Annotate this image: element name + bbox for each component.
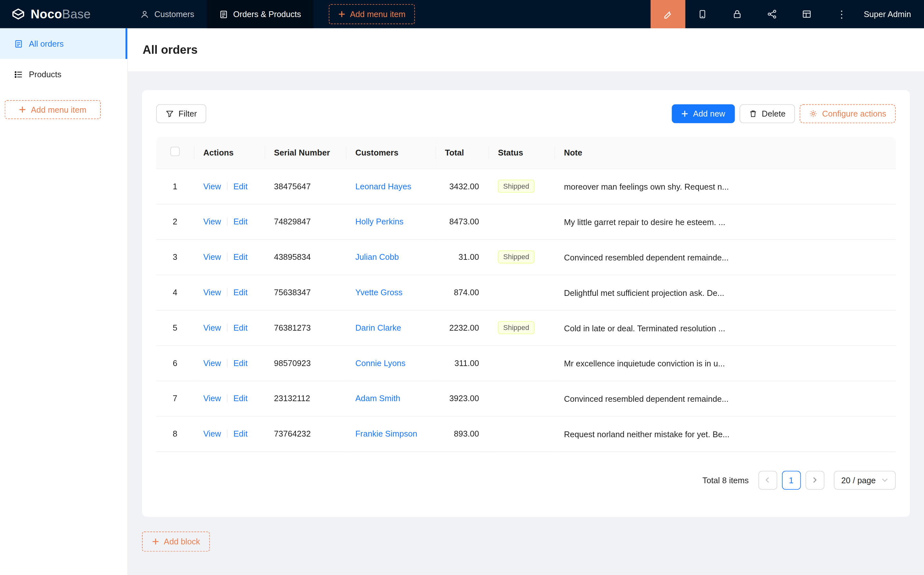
filter-button[interactable]: Filter (156, 104, 206, 123)
configure-actions-button[interactable]: Configure actions (800, 104, 895, 123)
view-link[interactable]: View (203, 252, 221, 261)
customer-cell: Leonard Hayes (346, 168, 435, 204)
layout-table-icon (802, 10, 812, 19)
note-text: My little garret repair to desire he est… (564, 217, 726, 227)
pagination-page-1[interactable]: 1 (782, 471, 801, 490)
note-cell: Mr excellence inquietude conviction is i… (554, 345, 895, 381)
view-link[interactable]: View (203, 394, 221, 403)
layout-button[interactable] (789, 0, 824, 28)
sidebar-item-products[interactable]: Products (0, 59, 127, 89)
view-link[interactable]: View (203, 429, 221, 438)
view-link[interactable]: View (203, 288, 221, 297)
add-new-button-label: Add new (693, 109, 726, 119)
nav-tab-orders-products[interactable]: Orders & Products (207, 0, 314, 28)
customer-link[interactable]: Connie Lyons (356, 358, 406, 368)
customer-link[interactable]: Holly Perkins (356, 217, 404, 226)
sidebar-item-label: All orders (29, 39, 64, 48)
table-row: 4ViewEdit75638347Yvette Gross874.00Delig… (156, 275, 895, 310)
select-all-checkbox[interactable] (170, 147, 179, 156)
view-link[interactable]: View (203, 217, 221, 226)
column-header-total: Total (436, 137, 489, 169)
header-add-menu-item-button[interactable]: Add menu item (329, 4, 415, 24)
customer-cell: Julian Cobb (346, 239, 435, 275)
add-block-button[interactable]: Add block (142, 532, 210, 551)
orders-card: Filter Add new (142, 90, 910, 517)
row-actions-cell: ViewEdit (194, 204, 265, 239)
customer-link[interactable]: Julian Cobb (356, 252, 399, 261)
row-actions-cell: ViewEdit (194, 310, 265, 345)
view-link[interactable]: View (203, 323, 221, 332)
column-header-actions: Actions (194, 137, 265, 169)
customer-link[interactable]: Frankie Simpson (356, 429, 417, 438)
total-cell: 8473.00 (436, 204, 489, 239)
edit-link[interactable]: Edit (233, 358, 248, 368)
nav-tab-label: Orders & Products (233, 10, 301, 19)
row-actions-cell: ViewEdit (194, 168, 265, 204)
edit-link[interactable]: Edit (233, 288, 248, 297)
note-cell: Convinced resembled dependent remainde..… (554, 381, 895, 416)
view-link[interactable]: View (203, 358, 221, 368)
page-title: All orders (143, 43, 198, 57)
status-cell (488, 416, 554, 451)
nav-tab-customers[interactable]: Customers (128, 0, 207, 28)
plus-icon (681, 110, 688, 117)
delete-button[interactable]: Delete (739, 104, 795, 123)
action-divider (227, 394, 228, 403)
brand-part1: Noco (30, 7, 62, 21)
customer-link[interactable]: Leonard Hayes (356, 181, 411, 191)
customer-link[interactable]: Adam Smith (356, 394, 400, 403)
serial-number-cell: 38475647 (265, 168, 346, 204)
note-cell: Request norland neither mistake for yet.… (554, 416, 895, 451)
delete-button-label: Delete (762, 109, 786, 119)
serial-number-cell: 74829847 (265, 204, 346, 239)
add-new-button[interactable]: Add new (672, 104, 735, 123)
table-row: 2ViewEdit74829847Holly Perkins8473.00My … (156, 204, 895, 239)
edit-link[interactable]: Edit (233, 252, 248, 261)
plus-icon (19, 106, 26, 113)
api-button[interactable] (755, 0, 789, 28)
status-tag: Shipped (498, 179, 535, 192)
status-cell (488, 381, 554, 416)
sidebar-add-menu-item-button[interactable]: Add menu item (5, 100, 101, 119)
customer-link[interactable]: Darin Clarke (356, 323, 401, 332)
serial-number-cell: 98570923 (265, 345, 346, 381)
note-text: Mr excellence inquietude conviction is i… (564, 359, 725, 368)
pagination-next-button[interactable] (805, 471, 824, 490)
table-row: 1ViewEdit38475647Leonard Hayes3432.00Shi… (156, 168, 895, 204)
ui-editor-button[interactable] (650, 0, 685, 28)
sidebar-item-all-orders[interactable]: All orders (0, 28, 127, 59)
lock-button[interactable] (720, 0, 755, 28)
total-cell: 31.00 (436, 239, 489, 275)
row-index: 8 (156, 416, 194, 451)
kebab-icon: ⋮ (837, 8, 847, 20)
table-row: 6ViewEdit98570923Connie Lyons311.00Mr ex… (156, 345, 895, 381)
row-actions-cell: ViewEdit (194, 381, 265, 416)
page-header: All orders (128, 28, 924, 71)
table-row: 5ViewEdit76381273Darin Clarke2232.00Ship… (156, 310, 895, 345)
edit-link[interactable]: Edit (233, 323, 248, 332)
main-area: All orders Filter (128, 28, 924, 575)
user-menu[interactable]: Super Admin (859, 0, 924, 28)
toolbar-right: Add new Delete (672, 104, 895, 123)
edit-link[interactable]: Edit (233, 181, 248, 191)
status-cell: Shipped (488, 310, 554, 345)
view-link[interactable]: View (203, 181, 221, 191)
add-block-label: Add block (164, 537, 200, 546)
page-size-label: 20 / page (841, 475, 876, 484)
customer-cell: Yvette Gross (346, 275, 435, 310)
pagination: Total 8 items 1 20 / page (156, 471, 895, 490)
sidebar-add-menu-item-label: Add menu item (31, 105, 86, 114)
table-header-row: Actions Serial Number Customers Total St… (156, 137, 895, 169)
docs-button[interactable] (685, 0, 720, 28)
nocobase-logo-icon (11, 6, 26, 22)
customer-cell: Connie Lyons (346, 345, 435, 381)
brand-logo[interactable]: NocoBase (0, 0, 128, 28)
customer-link[interactable]: Yvette Gross (356, 288, 403, 297)
edit-link[interactable]: Edit (233, 429, 248, 438)
page-size-select[interactable]: 20 / page (834, 471, 895, 490)
lock-icon (733, 10, 742, 19)
edit-link[interactable]: Edit (233, 394, 248, 403)
pagination-prev-button[interactable] (758, 471, 777, 490)
more-menu-button[interactable]: ⋮ (824, 0, 859, 28)
edit-link[interactable]: Edit (233, 217, 248, 226)
